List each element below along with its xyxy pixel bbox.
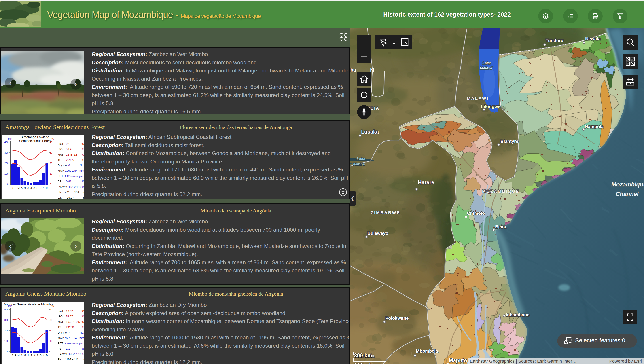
svg-text:Tunduru: Tunduru xyxy=(546,38,564,43)
svg-text:MAP: MAP xyxy=(58,336,64,340)
svg-text:300: 300 xyxy=(4,318,8,321)
svg-text:[Subhumid]: [Subhumid] xyxy=(70,342,80,345)
svg-text:PS: PS xyxy=(58,180,62,183)
svg-text:m: m xyxy=(82,191,84,194)
svg-text:200: 200 xyxy=(4,162,8,164)
svg-text:F: F xyxy=(15,354,16,356)
svg-text:Elv: Elv xyxy=(58,358,62,361)
svg-text:D: D xyxy=(46,187,48,190)
svg-text:400: 400 xyxy=(4,308,8,311)
svg-text:0: 0 xyxy=(7,183,8,186)
svg-text:Kariba: Kariba xyxy=(353,162,365,166)
svg-text:Elv: Elv xyxy=(58,191,62,194)
svg-text:MALAWI: MALAWI xyxy=(467,96,489,101)
svg-text:°C: °C xyxy=(52,305,54,307)
svg-text:100: 100 xyxy=(4,172,8,175)
svg-text:Mbombela: Mbombela xyxy=(416,348,438,354)
svg-text:40: 40 xyxy=(50,308,52,311)
svg-text:TS: TS xyxy=(58,326,61,329)
svg-text:[Subhumid]: [Subhumid] xyxy=(70,175,80,178)
svg-text:Lake: Lake xyxy=(357,157,366,161)
svg-text:Polokwane: Polokwane xyxy=(385,316,408,320)
svg-text:M: M xyxy=(24,354,26,356)
svg-text:30: 30 xyxy=(50,318,52,321)
svg-text:F: F xyxy=(15,187,16,190)
svg-text:6: 6 xyxy=(66,164,70,167)
svg-text:53.27: 53.27 xyxy=(66,315,73,318)
svg-text:1060 ± 84: 1060 ± 84 xyxy=(65,169,78,172)
svg-text:TS: TS xyxy=(58,158,61,162)
svg-text:S:A:W:V: S:A:W:V xyxy=(58,353,67,356)
svg-text:400: 400 xyxy=(4,141,8,144)
svg-text:ISO: ISO xyxy=(58,148,62,151)
svg-text:22: 22 xyxy=(66,142,69,146)
svg-text:ubu: ubu xyxy=(350,68,356,72)
svg-text:Bulawayo: Bulawayo xyxy=(368,231,388,236)
svg-text:269.77: 269.77 xyxy=(66,158,74,162)
svg-text:Mozambique: Mozambique xyxy=(611,181,644,188)
svg-text:mm: mm xyxy=(8,305,12,307)
svg-text:Chimoio: Chimoio xyxy=(467,211,485,216)
svg-text:19.62: 19.62 xyxy=(66,310,73,313)
svg-text:22 ± 2.8: 22 ± 2.8 xyxy=(66,153,78,156)
svg-text:0: 0 xyxy=(50,183,51,186)
svg-text:A: A xyxy=(34,354,35,356)
svg-text:Inhambane: Inhambane xyxy=(506,312,530,317)
svg-text:242.96: 242.96 xyxy=(66,326,74,329)
svg-text:S: S xyxy=(37,187,38,190)
svg-text:100: 100 xyxy=(4,340,8,342)
svg-text:°C: °C xyxy=(52,138,54,140)
svg-text:58.91: 58.91 xyxy=(66,148,73,151)
svg-text:M: M xyxy=(24,187,26,190)
svg-text:°C: °C xyxy=(81,320,84,324)
svg-text:977 ± 94: 977 ± 94 xyxy=(65,336,77,340)
svg-text:MAP: MAP xyxy=(58,169,64,172)
svg-text:O: O xyxy=(40,187,42,190)
svg-text:%: % xyxy=(82,148,84,151)
svg-text:Lat: Lat xyxy=(58,196,62,199)
svg-text:MAT: MAT xyxy=(58,320,64,324)
svg-text:N: N xyxy=(43,187,44,190)
svg-text:20: 20 xyxy=(50,329,52,332)
svg-text:1.1: 1.1 xyxy=(66,347,70,350)
svg-text:PS: PS xyxy=(58,347,62,350)
svg-text:20: 20 xyxy=(50,162,52,164)
svg-text:7: 7 xyxy=(66,331,70,334)
svg-text:O: O xyxy=(40,354,42,356)
svg-text:0: 0 xyxy=(7,350,8,353)
svg-text:m: m xyxy=(82,358,84,361)
svg-text:J: J xyxy=(12,187,13,190)
svg-text:Channel: Channel xyxy=(616,190,639,197)
svg-text:S: S xyxy=(37,354,38,356)
svg-text:No.: No. xyxy=(80,164,84,167)
svg-text:S:A:W:V: S:A:W:V xyxy=(58,186,67,188)
svg-text:59:22:4:15: 59:22:4:15 xyxy=(69,186,81,188)
svg-text:10: 10 xyxy=(50,172,52,175)
svg-text:%: % xyxy=(82,352,84,356)
svg-text:Newala: Newala xyxy=(585,36,601,41)
svg-text:J: J xyxy=(27,354,28,356)
svg-text:mm: mm xyxy=(8,138,12,140)
svg-text:%: % xyxy=(82,180,84,183)
svg-text:%: % xyxy=(82,326,84,329)
svg-text:J: J xyxy=(30,187,32,190)
svg-text:No.: No. xyxy=(80,331,84,334)
svg-text:%: % xyxy=(82,347,84,350)
svg-text:ISO: ISO xyxy=(58,315,62,318)
svg-text:1.22: 1.22 xyxy=(64,175,70,178)
svg-text:Amatonga Lowland: Amatonga Lowland xyxy=(22,135,49,139)
svg-text:mm: mm xyxy=(80,336,84,340)
svg-text:Lilongwe: Lilongwe xyxy=(481,104,500,109)
svg-text:Nampula: Nampula xyxy=(585,124,604,129)
svg-text:Malawi: Malawi xyxy=(480,66,492,70)
svg-text:J: J xyxy=(12,354,13,356)
svg-text:ratio: ratio xyxy=(80,342,84,345)
svg-text:0: 0 xyxy=(50,350,51,353)
svg-text:A: A xyxy=(34,187,35,190)
svg-text:Beira: Beira xyxy=(495,224,506,229)
svg-text:1195 ± 113: 1195 ± 113 xyxy=(65,358,79,361)
svg-text:D: D xyxy=(46,354,48,356)
svg-text:Lake: Lake xyxy=(482,61,491,65)
svg-text:10: 10 xyxy=(50,340,52,342)
svg-text:300: 300 xyxy=(4,151,8,154)
